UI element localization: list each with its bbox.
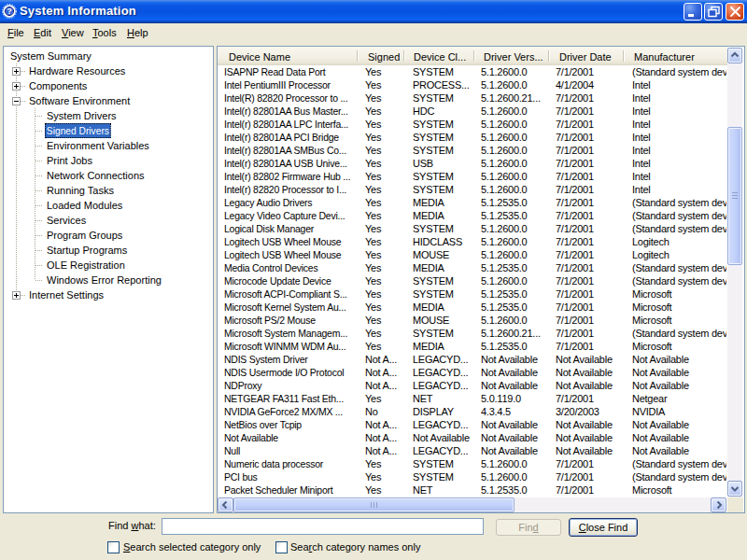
svg-text:?: ? — [7, 7, 11, 16]
